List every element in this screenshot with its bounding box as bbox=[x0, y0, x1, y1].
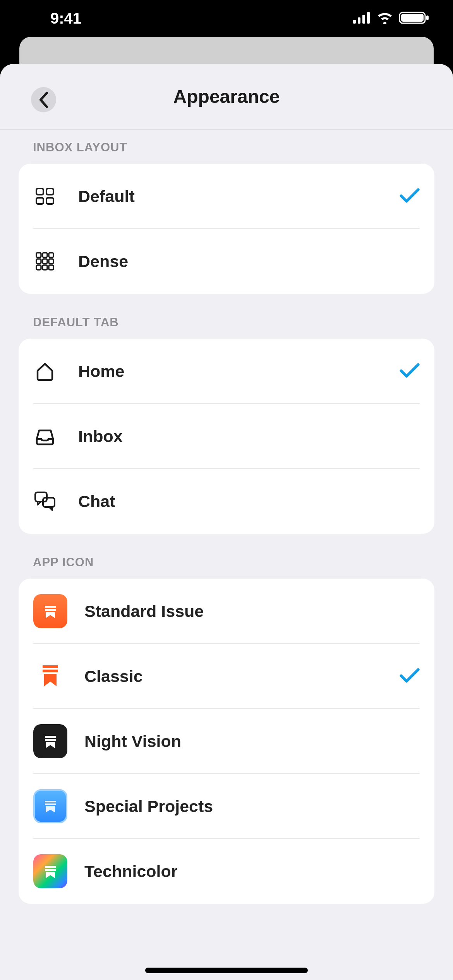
row-label: Night Vision bbox=[84, 732, 420, 751]
svg-rect-19 bbox=[49, 265, 53, 270]
app-icon-classic bbox=[33, 659, 67, 693]
svg-rect-21 bbox=[43, 498, 55, 507]
row-label: Default bbox=[78, 187, 400, 206]
svg-rect-15 bbox=[43, 259, 47, 264]
row-label: Standard Issue bbox=[84, 602, 420, 621]
row-icon-classic[interactable]: Classic bbox=[19, 644, 434, 709]
svg-rect-26 bbox=[45, 736, 56, 738]
svg-rect-24 bbox=[43, 665, 58, 668]
battery-icon bbox=[399, 11, 430, 26]
row-tab-inbox[interactable]: Inbox bbox=[19, 404, 434, 469]
svg-rect-12 bbox=[43, 253, 47, 257]
svg-rect-14 bbox=[36, 259, 41, 264]
chevron-left-icon bbox=[38, 91, 50, 109]
group-default-tab: Home Inbox Chat bbox=[19, 339, 434, 534]
svg-rect-3 bbox=[367, 12, 370, 24]
inbox-icon bbox=[33, 425, 57, 448]
section-header-app-icon: APP ICON bbox=[0, 534, 453, 579]
group-inbox-layout: Default Dense bbox=[19, 164, 434, 294]
row-icon-night[interactable]: Night Vision bbox=[19, 709, 434, 774]
svg-rect-27 bbox=[45, 739, 56, 741]
row-layout-default[interactable]: Default bbox=[19, 164, 434, 229]
svg-rect-1 bbox=[358, 17, 360, 24]
app-icon-standard bbox=[33, 594, 67, 628]
row-icon-technicolor[interactable]: Technicolor bbox=[19, 839, 434, 904]
svg-rect-5 bbox=[401, 14, 424, 22]
grid-3x3-icon bbox=[33, 250, 57, 273]
home-icon bbox=[33, 360, 57, 383]
section-header-inbox-layout: INBOX LAYOUT bbox=[0, 130, 453, 164]
row-label: Home bbox=[78, 362, 400, 381]
wifi-icon bbox=[376, 12, 393, 26]
row-icon-special[interactable]: Special Projects bbox=[19, 774, 434, 839]
chat-icon bbox=[33, 490, 57, 513]
svg-rect-18 bbox=[43, 265, 47, 270]
app-icon-special bbox=[33, 789, 67, 823]
svg-rect-25 bbox=[43, 670, 58, 672]
svg-rect-22 bbox=[45, 606, 56, 608]
svg-rect-6 bbox=[426, 15, 429, 20]
svg-rect-8 bbox=[46, 188, 53, 195]
row-tab-chat[interactable]: Chat bbox=[19, 469, 434, 534]
row-tab-home[interactable]: Home bbox=[19, 339, 434, 404]
svg-rect-20 bbox=[35, 492, 47, 502]
cellular-icon bbox=[353, 12, 371, 25]
row-label: Technicolor bbox=[84, 862, 420, 881]
svg-rect-7 bbox=[36, 188, 43, 195]
nav-bar: Appearance bbox=[0, 64, 453, 130]
svg-rect-10 bbox=[46, 198, 53, 204]
row-icon-standard[interactable]: Standard Issue bbox=[19, 579, 434, 644]
svg-rect-31 bbox=[45, 869, 56, 871]
settings-sheet: Appearance INBOX LAYOUT Default Dense DE… bbox=[0, 64, 453, 980]
checkmark-icon bbox=[400, 362, 420, 380]
svg-rect-9 bbox=[36, 198, 43, 204]
app-icon-technicolor bbox=[33, 854, 67, 888]
svg-rect-29 bbox=[45, 804, 56, 805]
section-header-default-tab: DEFAULT TAB bbox=[0, 294, 453, 339]
app-icon-night bbox=[33, 724, 67, 758]
row-label: Dense bbox=[78, 252, 420, 271]
svg-rect-11 bbox=[36, 253, 41, 257]
row-layout-dense[interactable]: Dense bbox=[19, 229, 434, 294]
svg-rect-2 bbox=[362, 15, 365, 24]
checkmark-icon bbox=[400, 667, 420, 685]
svg-rect-17 bbox=[36, 265, 41, 270]
grid-2x2-icon bbox=[33, 185, 57, 208]
svg-rect-16 bbox=[49, 259, 53, 264]
page-title: Appearance bbox=[173, 86, 280, 107]
checkmark-icon bbox=[400, 187, 420, 205]
svg-rect-30 bbox=[45, 866, 56, 868]
row-label: Special Projects bbox=[84, 797, 420, 816]
svg-rect-23 bbox=[45, 609, 56, 611]
svg-rect-13 bbox=[49, 253, 53, 257]
status-bar: 9:41 bbox=[0, 0, 453, 37]
background-card bbox=[19, 37, 434, 68]
status-indicators bbox=[353, 11, 430, 26]
row-label: Chat bbox=[78, 492, 420, 511]
group-app-icon: Standard Issue Classic Night Vision bbox=[19, 579, 434, 904]
svg-rect-28 bbox=[45, 801, 56, 802]
back-button[interactable] bbox=[31, 87, 56, 112]
home-indicator bbox=[145, 968, 308, 973]
status-time: 9:41 bbox=[50, 10, 81, 27]
row-label: Inbox bbox=[78, 427, 420, 446]
row-label: Classic bbox=[84, 667, 400, 686]
svg-rect-0 bbox=[353, 20, 356, 24]
